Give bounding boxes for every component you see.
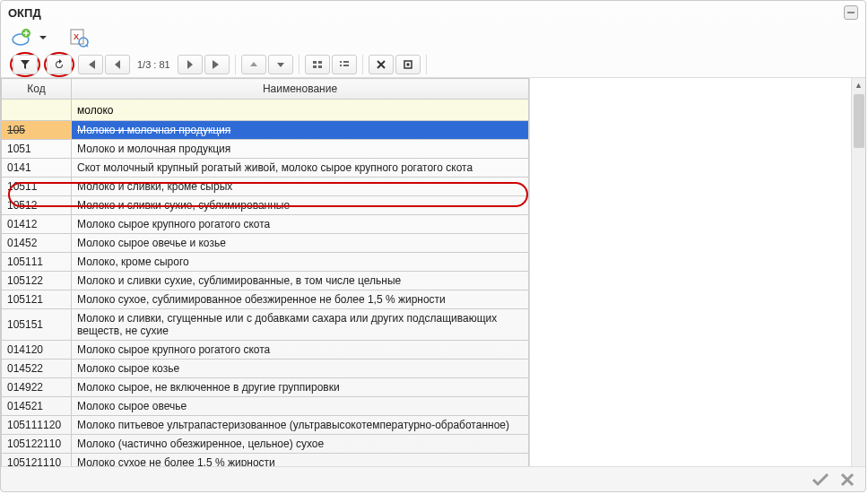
body-area: Код Наименование 105Молоко и молочная пр… bbox=[1, 78, 865, 466]
table-row[interactable]: 105121110Молоко сухое не более 1,5 % жир… bbox=[2, 454, 529, 467]
list-view-button[interactable] bbox=[332, 55, 357, 74]
export-excel-button[interactable]: X bbox=[67, 26, 91, 49]
sort-asc-button[interactable] bbox=[241, 55, 266, 74]
cell-name: Молоко и сливки сухие, сублимированные, … bbox=[72, 272, 529, 290]
filter-row bbox=[2, 100, 529, 121]
next-page-button[interactable] bbox=[178, 55, 203, 74]
cell-code: 105122 bbox=[2, 272, 72, 290]
cell-name: Молоко сырое овечье bbox=[72, 397, 529, 416]
cell-name: Молоко сырое козье bbox=[72, 360, 529, 378]
cell-name: Молоко сырое крупного рогатого скота bbox=[72, 215, 529, 234]
view-group bbox=[305, 55, 363, 74]
table-row[interactable]: 01412Молоко сырое крупного рогатого скот… bbox=[2, 215, 529, 234]
filter-button[interactable] bbox=[13, 55, 38, 74]
cell-code: 10512 bbox=[2, 196, 72, 215]
cell-name: Молоко сырое овечье и козье bbox=[72, 234, 529, 253]
refresh-button[interactable] bbox=[47, 55, 72, 74]
new-record-button[interactable] bbox=[10, 26, 33, 49]
table-row[interactable]: 0141Скот молочный крупный рогатый живой,… bbox=[2, 159, 529, 178]
scroll-thumb[interactable] bbox=[854, 94, 864, 148]
cell-name: Молоко и сливки сухие, сублимированные bbox=[72, 196, 529, 215]
expand-button[interactable] bbox=[395, 55, 421, 74]
first-page-button[interactable] bbox=[78, 55, 103, 74]
vertical-scrollbar[interactable]: ▲ bbox=[851, 78, 865, 466]
window: ОКПД X bbox=[0, 0, 866, 492]
prev-page-button[interactable] bbox=[105, 55, 130, 74]
svg-rect-9 bbox=[313, 65, 317, 68]
svg-rect-11 bbox=[340, 61, 342, 63]
filter-code-input[interactable] bbox=[2, 100, 71, 120]
svg-rect-16 bbox=[406, 63, 409, 65]
cell-name: Молоко и сливки, сгущенные или с добавка… bbox=[72, 309, 529, 341]
col-header-name[interactable]: Наименование bbox=[72, 79, 529, 100]
cell-code: 014922 bbox=[2, 378, 72, 397]
table-row[interactable]: 014522Молоко сырое козье bbox=[2, 360, 529, 378]
cell-code: 10511 bbox=[2, 178, 72, 196]
cell-code: 105121110 bbox=[2, 454, 72, 467]
last-page-button[interactable] bbox=[204, 55, 230, 74]
sort-group bbox=[241, 55, 299, 74]
svg-rect-13 bbox=[340, 65, 342, 66]
svg-rect-7 bbox=[313, 61, 317, 64]
footer bbox=[1, 466, 865, 491]
col-header-code[interactable]: Код bbox=[2, 79, 72, 100]
data-grid: Код Наименование 105Молоко и молочная пр… bbox=[1, 78, 530, 466]
svg-rect-8 bbox=[318, 61, 322, 64]
confirm-button[interactable] bbox=[812, 472, 829, 487]
cell-code: 01452 bbox=[2, 234, 72, 253]
cell-name: Молоко сырое, не включенное в другие гру… bbox=[72, 378, 529, 397]
cell-name: Молоко сырое крупного рогатого скота bbox=[72, 341, 529, 360]
cell-name: Скот молочный крупный рогатый живой, мол… bbox=[72, 159, 529, 178]
action-group bbox=[369, 55, 427, 74]
cell-code: 01412 bbox=[2, 215, 72, 234]
page-indicator: 1/3 : 81 bbox=[132, 59, 176, 70]
cell-name: Молоко (частично обезжиренное, цельное) … bbox=[72, 435, 529, 454]
table: Код Наименование 105Молоко и молочная пр… bbox=[1, 78, 529, 466]
cell-code: 105 bbox=[2, 121, 72, 140]
cell-name: Молоко и молочная продукция bbox=[72, 121, 529, 140]
table-row[interactable]: 10511Молоко и сливки, кроме сырых bbox=[2, 178, 529, 196]
cell-name: Молоко, кроме сырого bbox=[72, 253, 529, 272]
cell-name: Молоко и молочная продукция bbox=[72, 140, 529, 159]
pagination-group: 1/3 : 81 bbox=[78, 55, 236, 74]
cell-name: Молоко и сливки, кроме сырых bbox=[72, 178, 529, 196]
table-row[interactable]: 105111Молоко, кроме сырого bbox=[2, 253, 529, 272]
cell-code: 105111 bbox=[2, 253, 72, 272]
cell-code: 105151 bbox=[2, 309, 72, 341]
table-row[interactable]: 10512Молоко и сливки сухие, сублимирован… bbox=[2, 196, 529, 215]
nav-toolbar: 1/3 : 81 bbox=[1, 51, 865, 78]
table-row[interactable]: 01452Молоко сырое овечье и козье bbox=[2, 234, 529, 253]
detail-pane: ▲ bbox=[530, 78, 865, 466]
filter-name-input[interactable] bbox=[72, 100, 528, 120]
window-title: ОКПД bbox=[8, 6, 41, 20]
dropdown-arrow-icon[interactable] bbox=[37, 26, 49, 49]
cell-code: 014521 bbox=[2, 397, 72, 416]
table-row[interactable]: 105Молоко и молочная продукция bbox=[2, 121, 529, 140]
cell-code: 0141 bbox=[2, 159, 72, 178]
table-row[interactable]: 105122Молоко и сливки сухие, сублимирова… bbox=[2, 272, 529, 290]
table-row[interactable]: 014120Молоко сырое крупного рогатого ско… bbox=[2, 341, 529, 360]
svg-rect-10 bbox=[318, 65, 322, 68]
table-row[interactable]: 1051Молоко и молочная продукция bbox=[2, 140, 529, 159]
main-toolbar: X bbox=[1, 24, 865, 51]
table-row[interactable]: 105121Молоко сухое, сублимированное обез… bbox=[2, 290, 529, 309]
cell-code: 1051 bbox=[2, 140, 72, 159]
svg-rect-0 bbox=[847, 12, 855, 13]
cell-code: 014522 bbox=[2, 360, 72, 378]
cell-code: 105122110 bbox=[2, 435, 72, 454]
table-row[interactable]: 105122110Молоко (частично обезжиренное, … bbox=[2, 435, 529, 454]
table-row[interactable]: 014922Молоко сырое, не включенное в друг… bbox=[2, 378, 529, 397]
minimize-button[interactable] bbox=[844, 5, 858, 20]
grid-view-button[interactable] bbox=[305, 55, 330, 74]
cell-code: 105121 bbox=[2, 290, 72, 309]
svg-text:X: X bbox=[74, 32, 79, 41]
table-row[interactable]: 105151Молоко и сливки, сгущенные или с д… bbox=[2, 309, 529, 341]
sort-desc-button[interactable] bbox=[268, 55, 293, 74]
titlebar: ОКПД bbox=[1, 1, 865, 24]
table-row[interactable]: 014521Молоко сырое овечье bbox=[2, 397, 529, 416]
refresh-highlight-circle bbox=[44, 52, 74, 77]
close-x-button[interactable] bbox=[369, 55, 394, 74]
scroll-up-icon[interactable]: ▲ bbox=[852, 78, 865, 92]
cancel-button[interactable] bbox=[840, 472, 855, 487]
table-row[interactable]: 105111120Молоко питьевое ультрапастеризо… bbox=[2, 416, 529, 435]
